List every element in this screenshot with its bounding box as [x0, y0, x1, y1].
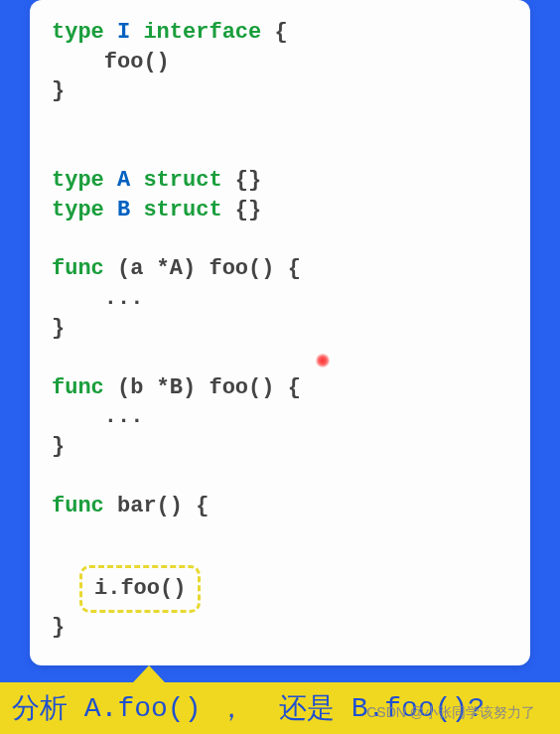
laser-pointer-icon	[316, 354, 330, 367]
code-line: type B struct {}	[52, 196, 508, 225]
close-brace: }	[52, 76, 508, 106]
ellipsis: ...	[104, 404, 144, 429]
method-bar: bar()	[117, 494, 183, 518]
keyword-type: type	[52, 168, 104, 193]
close-brace: }	[52, 314, 508, 344]
receiver-a: (a *A)	[117, 256, 196, 281]
code-panel: type I interface { foo() } type A struct…	[30, 0, 530, 665]
code-line: type A struct {}	[52, 166, 508, 196]
struct-b-name: B	[117, 198, 130, 222]
question-comma: ，	[217, 689, 245, 727]
question-option-a: A.foo()	[84, 693, 202, 724]
highlighted-call: i.foo()	[79, 565, 201, 613]
watermark: CSDN @小张同学该努力了	[366, 704, 535, 722]
interface-name: I	[117, 20, 130, 45]
keyword-func: func	[52, 494, 104, 518]
open-brace: {	[288, 256, 301, 281]
ellipsis: ...	[104, 286, 144, 311]
code-line: func bar() {	[52, 492, 508, 521]
receiver-b: (b *B)	[117, 375, 196, 400]
struct-a-name: A	[117, 168, 130, 193]
code-line: i.foo()	[52, 565, 508, 613]
keyword-interface: interface	[143, 20, 261, 45]
keyword-type: type	[52, 198, 104, 222]
keyword-func: func	[52, 375, 104, 400]
code-line: ...	[52, 402, 508, 432]
open-brace: {	[196, 494, 209, 518]
empty-braces: {}	[235, 168, 261, 193]
empty-braces: {}	[235, 198, 261, 222]
method-foo: foo()	[209, 256, 274, 281]
code-line: type I interface {	[52, 18, 508, 48]
keyword-struct: struct	[143, 168, 221, 193]
close-brace: }	[52, 613, 508, 643]
close-brace: }	[52, 432, 508, 462]
keyword-func: func	[52, 256, 104, 281]
code-line: foo()	[52, 48, 508, 77]
question-middle: 还是	[279, 689, 335, 727]
open-brace: {	[274, 20, 287, 45]
code-line: func (a *A) foo() {	[52, 254, 508, 284]
code-line: func (b *B) foo() {	[52, 373, 508, 403]
method-foo: foo()	[209, 375, 274, 400]
keyword-type: type	[52, 20, 104, 45]
method-foo: foo()	[104, 50, 170, 74]
call-ifoo: i.foo()	[94, 576, 186, 601]
question-prefix: 分析	[12, 689, 68, 727]
code-line: ...	[52, 284, 508, 314]
open-brace: {	[288, 375, 301, 400]
keyword-struct: struct	[143, 198, 221, 222]
